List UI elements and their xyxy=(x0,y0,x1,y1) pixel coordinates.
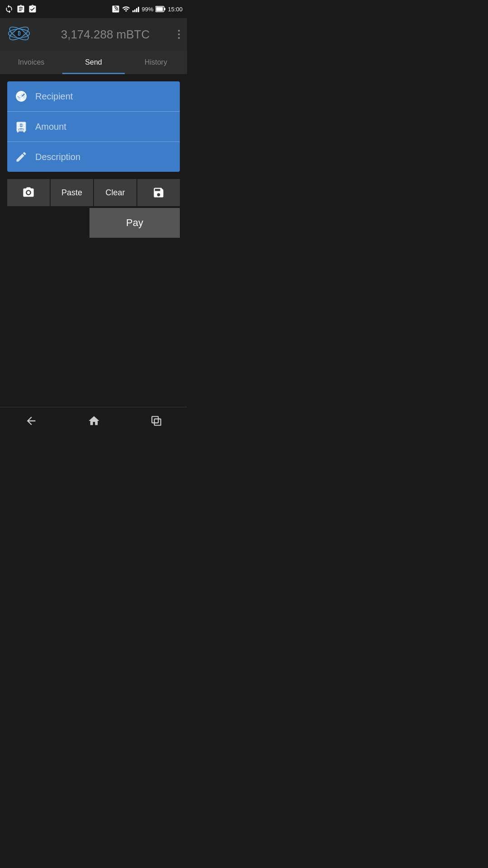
more-menu-button[interactable] xyxy=(178,30,180,39)
svg-rect-14 xyxy=(21,124,23,126)
svg-rect-10 xyxy=(21,123,23,124)
svg-rect-15 xyxy=(23,124,25,126)
description-row[interactable]: Description xyxy=(7,142,180,172)
svg-rect-16 xyxy=(17,127,19,128)
tab-send[interactable]: Send xyxy=(62,51,125,74)
svg-rect-22 xyxy=(21,129,23,131)
svg-rect-9 xyxy=(19,123,21,124)
balance-display: 3,174.288 mBTC xyxy=(39,28,172,42)
time-display: 15:00 xyxy=(168,6,183,13)
svg-rect-18 xyxy=(21,127,23,128)
pay-section: Pay xyxy=(7,208,180,238)
recipient-icon xyxy=(14,90,28,103)
save-icon xyxy=(152,186,165,199)
pay-button[interactable]: Pay xyxy=(89,208,180,238)
description-label: Description xyxy=(35,152,80,162)
wifi-icon xyxy=(122,5,130,13)
svg-rect-1 xyxy=(156,7,163,11)
svg-rect-8 xyxy=(17,123,19,124)
home-button[interactable] xyxy=(88,415,100,427)
back-icon xyxy=(25,415,38,427)
clear-button[interactable]: Clear xyxy=(94,179,136,206)
tab-history[interactable]: History xyxy=(125,51,187,74)
tab-invoices[interactable]: Invoices xyxy=(0,51,62,74)
app-logo: ₿ xyxy=(7,22,33,47)
recent-apps-icon xyxy=(150,415,162,427)
send-form: Recipient xyxy=(7,81,180,172)
camera-icon xyxy=(22,186,35,199)
status-icons xyxy=(5,5,37,14)
sync-icon xyxy=(5,5,14,14)
description-icon xyxy=(14,150,28,164)
nav-bar xyxy=(0,407,187,434)
svg-rect-21 xyxy=(19,129,21,131)
save-button[interactable] xyxy=(137,179,180,206)
svg-rect-23 xyxy=(23,129,25,132)
status-right: 99% 15:00 xyxy=(112,5,183,13)
svg-rect-11 xyxy=(23,123,25,124)
recent-apps-button[interactable] xyxy=(150,415,162,427)
back-button[interactable] xyxy=(25,415,38,427)
app-header: ₿ 3,174.288 mBTC xyxy=(0,18,187,51)
svg-rect-12 xyxy=(17,124,19,126)
amount-label: Amount xyxy=(35,122,66,132)
action-buttons: Paste Clear xyxy=(7,179,180,206)
amount-icon xyxy=(14,120,28,133)
svg-rect-13 xyxy=(19,124,21,126)
svg-text:₿: ₿ xyxy=(18,31,21,36)
recipient-row[interactable]: Recipient xyxy=(7,81,180,112)
clipboard-icon xyxy=(16,5,25,14)
svg-rect-25 xyxy=(154,419,160,425)
svg-rect-19 xyxy=(23,127,25,128)
home-icon xyxy=(88,415,100,427)
signal-bars xyxy=(132,6,139,12)
recipient-label: Recipient xyxy=(35,91,73,102)
check-clipboard-icon xyxy=(28,5,37,14)
tab-bar: Invoices Send History xyxy=(0,51,187,74)
svg-rect-20 xyxy=(17,129,19,132)
camera-button[interactable] xyxy=(7,179,50,206)
svg-rect-17 xyxy=(19,127,21,128)
svg-rect-24 xyxy=(152,416,158,423)
paste-button[interactable]: Paste xyxy=(51,179,93,206)
amount-row[interactable]: Amount xyxy=(7,112,180,142)
svg-rect-2 xyxy=(164,8,165,10)
nfc-icon xyxy=(112,5,120,13)
status-bar: 99% 15:00 xyxy=(0,0,187,18)
battery-percentage: 99% xyxy=(141,6,153,13)
battery-icon xyxy=(155,6,165,12)
